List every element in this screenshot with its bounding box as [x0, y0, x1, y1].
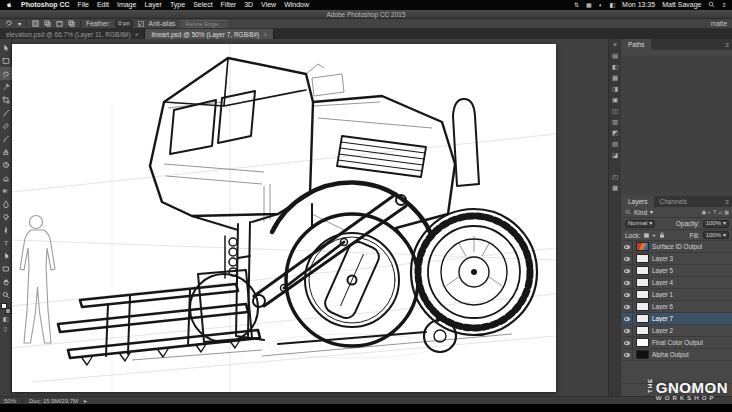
filter-adjustment-icon[interactable]: ◐	[708, 209, 711, 215]
panel-icon[interactable]: ▦	[612, 184, 618, 192]
visibility-toggle[interactable]	[622, 277, 633, 288]
panel-icon[interactable]: ◧	[612, 63, 618, 71]
rectangular-marquee-tool[interactable]	[0, 54, 12, 67]
clone-stamp-tool[interactable]	[0, 145, 12, 158]
panel-menu-icon[interactable]: ≡	[725, 199, 732, 205]
visibility-toggle[interactable]	[622, 253, 633, 264]
layer-thumbnail[interactable]	[636, 266, 649, 275]
fill-select[interactable]: 100%▾	[703, 231, 729, 239]
document-canvas[interactable]	[12, 44, 556, 392]
quick-mask-icon[interactable]: ◧	[3, 314, 9, 324]
tab-close-icon[interactable]: ×	[135, 31, 139, 38]
filter-smart-icon[interactable]: ▦	[724, 209, 729, 215]
menu-edit[interactable]: Edit	[97, 0, 109, 10]
blur-tool[interactable]	[0, 197, 12, 210]
move-tool[interactable]	[0, 41, 12, 54]
collapse-panels-icon[interactable]: «	[613, 41, 617, 49]
panel-icon[interactable]: ◨	[612, 85, 618, 93]
filter-pixel-icon[interactable]: ▣	[702, 209, 707, 215]
status-icon-sync[interactable]: ⇅	[574, 0, 579, 10]
menu-3d[interactable]: 3D	[244, 0, 253, 10]
workspace-label[interactable]: matte	[711, 20, 727, 27]
tab-paths[interactable]: Paths	[622, 39, 651, 50]
menu-type[interactable]: Type	[170, 0, 185, 10]
menu-file[interactable]: File	[78, 0, 89, 10]
panel-icon[interactable]: ▤	[612, 52, 618, 60]
opacity-select[interactable]: 100%▾	[703, 220, 729, 228]
blend-mode-select[interactable]: Normal▾	[625, 220, 655, 228]
apple-menu-icon[interactable]	[6, 1, 13, 10]
pen-tool[interactable]	[0, 223, 12, 236]
layer-row-selected[interactable]: Layer 7	[622, 313, 732, 325]
zoom-level-field[interactable]: 50%	[4, 398, 16, 404]
lock-position-icon[interactable]: +	[652, 230, 656, 240]
panel-icon[interactable]: ▣	[612, 96, 618, 104]
gradient-tool[interactable]	[0, 184, 12, 197]
layer-thumbnail[interactable]	[636, 242, 649, 251]
rectangle-shape-tool[interactable]	[0, 262, 12, 275]
panel-icon[interactable]: ▧	[612, 140, 618, 148]
refine-edge-button[interactable]: Refine Edge...	[180, 20, 228, 28]
history-brush-tool[interactable]	[0, 158, 12, 171]
filter-chevron-icon[interactable]: ▾	[650, 207, 653, 217]
layer-row[interactable]: Layer 5	[622, 265, 732, 277]
lock-all-icon[interactable]	[659, 232, 665, 239]
menu-image[interactable]: Image	[117, 0, 136, 10]
filter-shape-icon[interactable]: ▱	[718, 209, 722, 215]
layer-thumbnail[interactable]	[636, 326, 649, 335]
spotlight-icon[interactable]	[708, 1, 715, 9]
panel-icon[interactable]: ◪	[612, 151, 618, 159]
visibility-toggle[interactable]	[622, 337, 633, 348]
layer-thumbnail[interactable]	[636, 302, 649, 311]
notification-center-icon[interactable]: ≡	[722, 0, 726, 10]
filter-search-icon[interactable]	[625, 209, 631, 216]
layer-row[interactable]: Layer 4	[622, 277, 732, 289]
filter-kind-label[interactable]: Kind	[634, 209, 647, 216]
visibility-toggle[interactable]	[622, 325, 633, 336]
eyedropper-tool[interactable]	[0, 106, 12, 119]
path-selection-tool[interactable]	[0, 249, 12, 262]
panel-menu-icon[interactable]: ≡	[725, 42, 732, 48]
selection-new-icon[interactable]	[32, 20, 39, 27]
menu-filter[interactable]: Filter	[221, 0, 237, 10]
status-arrow-icon[interactable]: ▸	[84, 397, 87, 404]
selection-intersect-icon[interactable]	[68, 20, 75, 27]
magic-wand-tool[interactable]	[0, 80, 12, 93]
layer-thumbnail[interactable]	[636, 350, 649, 359]
tab-channels[interactable]: Channels	[654, 196, 693, 207]
visibility-toggle[interactable]	[622, 313, 633, 324]
layer-row[interactable]: Layer 6	[622, 301, 732, 313]
filter-type-icon[interactable]: T	[713, 209, 716, 215]
selection-add-icon[interactable]	[44, 20, 51, 27]
visibility-toggle[interactable]	[622, 301, 633, 312]
type-tool[interactable]: T	[0, 236, 12, 249]
panel-icon[interactable]: ◩	[612, 129, 618, 137]
antialias-checkbox[interactable]: ✓	[138, 21, 144, 27]
lock-transparency-icon[interactable]: ▦	[644, 230, 650, 240]
dodge-tool[interactable]	[0, 210, 12, 223]
lasso-tool[interactable]	[0, 67, 12, 80]
tab-lineart-psd[interactable]: lineart.psd @ 50% (Layer 7, RGB/8#) ×	[145, 29, 274, 39]
tool-preset-icon[interactable]	[5, 19, 13, 28]
layer-thumbnail[interactable]	[636, 290, 649, 299]
zoom-tool[interactable]	[0, 288, 12, 301]
tab-layers[interactable]: Layers	[622, 196, 654, 207]
feather-input[interactable]: 0 px	[115, 20, 132, 28]
hand-tool[interactable]	[0, 275, 12, 288]
status-icon-battery[interactable]: ◧	[609, 0, 615, 10]
color-swatches[interactable]	[1, 303, 11, 314]
preset-chevron-icon[interactable]: ▾	[18, 19, 21, 29]
panel-icon[interactable]: ◫	[612, 107, 618, 115]
screen-mode-icon[interactable]: ▯	[4, 324, 7, 334]
menubar-user[interactable]: Matt Savage	[662, 0, 701, 10]
layer-row[interactable]: Layer 2	[622, 325, 732, 337]
tab-elevation-psd[interactable]: elevation.psd @ 66.7% (Layer 11, RGB/8#)…	[0, 29, 145, 39]
layer-row[interactable]: Layer 3	[622, 253, 732, 265]
menubar-clock[interactable]: Mon 13:35	[622, 0, 655, 10]
menu-view[interactable]: View	[261, 0, 276, 10]
layer-row[interactable]: Alpha Output	[622, 349, 732, 361]
layer-row[interactable]: Layer 1	[622, 289, 732, 301]
visibility-toggle[interactable]	[622, 241, 633, 252]
layer-thumbnail[interactable]	[636, 278, 649, 287]
visibility-toggle[interactable]	[622, 289, 633, 300]
